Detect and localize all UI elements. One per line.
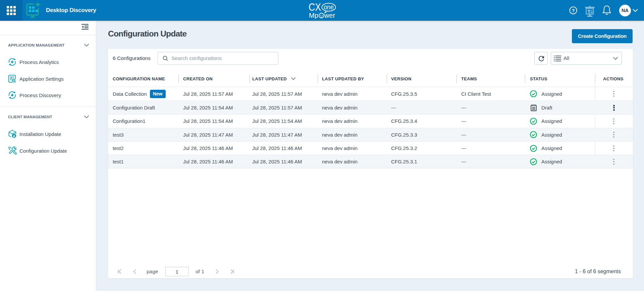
svg-text:?: ?: [572, 8, 575, 13]
svg-text:one: one: [324, 3, 334, 11]
svg-text:Mp: Mp: [309, 11, 318, 19]
